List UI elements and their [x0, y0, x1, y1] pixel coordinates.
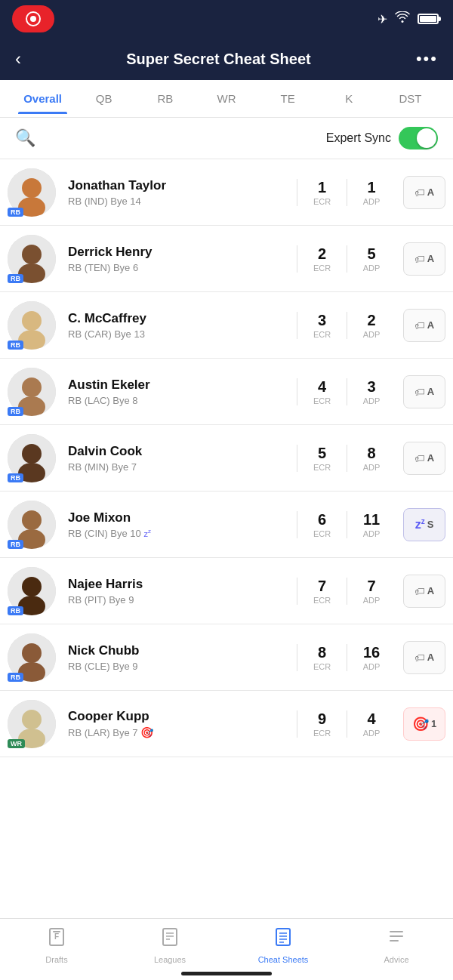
advice-label: Advice — [384, 955, 408, 964]
tab-wr[interactable]: WR — [196, 83, 257, 114]
bottom-nav-leagues[interactable]: Leagues — [113, 926, 226, 964]
player-meta: RB (PIT) Bye 9 — [68, 594, 297, 606]
drafts-label: Drafts — [45, 955, 67, 964]
player-action-button[interactable]: 🏷A — [403, 242, 445, 276]
sleep-zz-icon: zz — [415, 517, 425, 532]
svg-rect-39 — [163, 929, 177, 945]
adp-stat: 3 ADP — [347, 378, 396, 405]
player-action-button[interactable]: 🎯1 — [403, 707, 445, 741]
record-ring-icon — [26, 11, 41, 26]
expert-sync-toggle[interactable] — [399, 127, 438, 149]
bottom-nav-cheatsheets[interactable]: Cheat Sheets — [226, 926, 340, 964]
tab-k[interactable]: K — [319, 83, 380, 114]
record-button[interactable] — [12, 5, 54, 32]
player-row: RB Najee Harris RB (PIT) Bye 9 7 ECR 7 A… — [0, 558, 453, 624]
status-bar-right: ✈ — [378, 11, 441, 26]
player-stats: 6 ECR 11 ADP — [297, 511, 396, 538]
player-action-button[interactable]: 🏷A — [403, 575, 445, 608]
home-indicator — [181, 972, 272, 975]
player-row: WR Cooper Kupp RB (LAR) Bye 7 🎯 9 ECR 4 … — [0, 691, 453, 757]
search-wrap[interactable]: 🔍 — [15, 128, 35, 148]
player-action-button[interactable]: 🏷A — [403, 375, 445, 408]
leagues-label: Leagues — [154, 955, 186, 964]
player-avatar-wrap: RB — [8, 633, 59, 682]
player-stats: 4 ECR 3 ADP — [297, 378, 396, 405]
target-icon: 🎯 — [412, 716, 429, 732]
svg-point-1 — [22, 178, 42, 198]
player-avatar-wrap: RB — [8, 168, 59, 217]
player-info[interactable]: C. McCaffrey RB (CAR) Bye 13 — [59, 311, 297, 340]
ecr-stat: 2 ECR — [297, 245, 347, 273]
player-list: RB Jonathan Taylor RB (IND) Bye 14 1 ECR… — [0, 159, 453, 757]
tab-rb[interactable]: RB — [134, 83, 196, 114]
player-info[interactable]: Najee Harris RB (PIT) Bye 9 — [59, 577, 297, 606]
leagues-icon — [159, 926, 180, 952]
player-info[interactable]: Cooper Kupp RB (LAR) Bye 7 🎯 — [59, 709, 297, 738]
status-bar: ✈ — [0, 0, 453, 38]
tab-overall[interactable]: Overall — [12, 83, 73, 114]
player-info[interactable]: Jonathan Taylor RB (IND) Bye 14 — [59, 178, 297, 207]
more-button[interactable]: ••• — [416, 49, 438, 69]
player-name: Jonathan Taylor — [68, 178, 297, 193]
player-meta: RB (CIN) Bye 10 zz — [68, 528, 297, 539]
tag-icon: 🏷 — [414, 585, 425, 597]
tag-icon: 🏷 — [414, 386, 425, 398]
adp-stat: 8 ADP — [347, 445, 396, 472]
adp-stat: 4 ADP — [347, 710, 396, 738]
position-badge: RB — [8, 341, 23, 350]
player-info[interactable]: Derrick Henry RB (TEN) Bye 6 — [59, 245, 297, 273]
status-bar-left — [12, 5, 54, 32]
drafts-icon: F — [46, 926, 67, 952]
player-stats: 7 ECR 7 ADP — [297, 578, 396, 605]
tag-icon: 🏷 — [414, 253, 425, 265]
ecr-stat: 8 ECR — [297, 644, 347, 671]
adp-stat: 11 ADP — [347, 511, 396, 538]
tag-icon: 🏷 — [414, 319, 425, 331]
player-meta: RB (CLE) Bye 9 — [68, 661, 297, 672]
back-button[interactable]: ‹ — [15, 48, 21, 69]
player-row: RB Dalvin Cook RB (MIN) Bye 7 5 ECR 8 AD… — [0, 425, 453, 492]
player-name: Austin Ekeler — [68, 378, 297, 393]
player-name: Nick Chubb — [68, 643, 297, 658]
bottom-nav: F Drafts Leagues Cheat She — [0, 918, 453, 980]
player-info[interactable]: Austin Ekeler RB (LAC) Bye 8 — [59, 378, 297, 406]
player-action-button[interactable]: 🏷A — [403, 442, 445, 475]
position-badge: RB — [8, 673, 23, 682]
position-badge: RB — [8, 274, 23, 283]
ecr-stat: 9 ECR — [297, 710, 347, 738]
player-meta: RB (IND) Bye 14 — [68, 196, 297, 207]
player-meta: RB (LAR) Bye 7 🎯 — [68, 726, 297, 738]
player-info[interactable]: Dalvin Cook RB (MIN) Bye 7 — [59, 444, 297, 473]
position-badge: WR — [8, 739, 25, 748]
player-name: C. McCaffrey — [68, 311, 297, 326]
svg-point-9 — [22, 311, 42, 331]
tab-te[interactable]: TE — [257, 83, 319, 114]
player-action-button[interactable]: 🏷A — [403, 641, 445, 674]
player-row: RB Austin Ekeler RB (LAC) Bye 8 4 ECR 3 … — [0, 359, 453, 425]
ecr-stat: 7 ECR — [297, 578, 347, 605]
player-name: Dalvin Cook — [68, 444, 297, 459]
position-badge: RB — [8, 606, 23, 615]
battery-icon — [418, 14, 441, 24]
expert-sync-group: Expert Sync — [326, 127, 438, 149]
svg-point-29 — [22, 643, 42, 663]
tab-dst[interactable]: DST — [380, 83, 441, 114]
player-stats: 5 ECR 8 ADP — [297, 445, 396, 472]
player-stats: 1 ECR 1 ADP — [297, 179, 396, 206]
player-stats: 2 ECR 5 ADP — [297, 245, 396, 273]
player-action-button[interactable]: 🏷A — [403, 176, 445, 209]
player-stats: 9 ECR 4 ADP — [297, 710, 396, 738]
player-action-button[interactable]: 🏷A — [403, 309, 445, 342]
adp-stat: 1 ADP — [347, 179, 396, 206]
player-stats: 3 ECR 2 ADP — [297, 312, 396, 339]
page-title: Super Secret Cheat Sheet — [126, 51, 311, 68]
player-row: RB C. McCaffrey RB (CAR) Bye 13 3 ECR 2 … — [0, 292, 453, 359]
player-info[interactable]: Joe Mixon RB (CIN) Bye 10 zz — [59, 510, 297, 539]
player-action-button[interactable]: zzS — [403, 508, 445, 541]
bottom-nav-drafts[interactable]: F Drafts — [0, 926, 113, 964]
player-info[interactable]: Nick Chubb RB (CLE) Bye 9 — [59, 643, 297, 672]
player-row: RB Nick Chubb RB (CLE) Bye 9 8 ECR 16 AD… — [0, 624, 453, 691]
bottom-nav-advice[interactable]: Advice — [340, 926, 453, 964]
svg-point-17 — [22, 444, 42, 464]
tab-qb[interactable]: QB — [73, 83, 134, 114]
